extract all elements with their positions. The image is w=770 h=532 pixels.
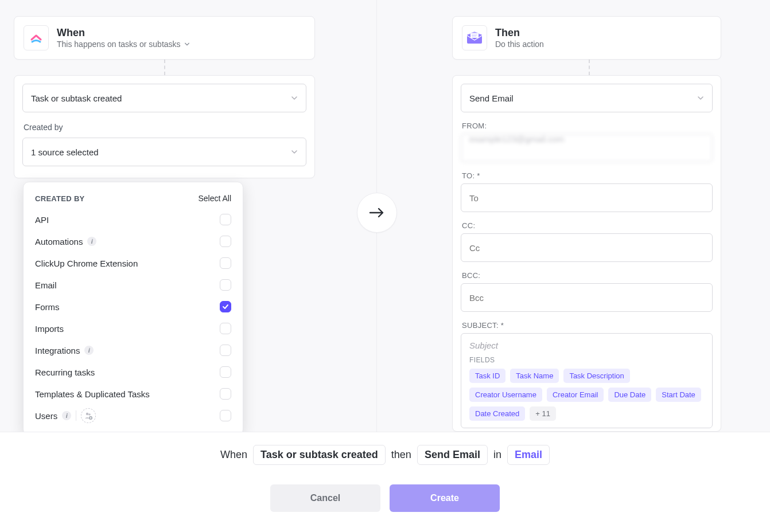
option-checkbox[interactable] (220, 236, 231, 247)
info-icon[interactable]: i (84, 346, 94, 355)
created-by-option[interactable]: Usersi (34, 405, 232, 427)
chevron-down-icon[interactable] (184, 41, 190, 47)
summary-in-word: in (493, 449, 501, 461)
svg-rect-4 (470, 33, 479, 38)
option-checkbox[interactable] (220, 345, 231, 356)
select-all-button[interactable]: Select All (198, 194, 231, 203)
created-by-option[interactable]: Imports (34, 318, 232, 339)
summary-trigger-token[interactable]: Task or subtask created (253, 445, 386, 465)
created-by-option[interactable]: Email (34, 274, 232, 296)
created-by-option[interactable]: Recurring tasks (34, 361, 232, 383)
action-subtitle: Do this action (495, 40, 544, 49)
action-type-value: Send Email (469, 93, 514, 103)
from-value: example123@gmail.com (469, 134, 564, 144)
field-chip[interactable]: Creator Username (469, 388, 542, 402)
add-people-icon[interactable] (81, 408, 96, 423)
create-button[interactable]: Create (390, 484, 500, 512)
field-chip[interactable]: Start Date (656, 388, 701, 402)
chevron-down-icon (697, 95, 704, 101)
option-checkbox[interactable] (220, 257, 231, 269)
summary-then-word: then (391, 449, 411, 461)
option-checkbox[interactable] (220, 366, 231, 378)
option-label: Automations (35, 237, 83, 247)
option-label: Integrations (35, 346, 80, 355)
trigger-title: When (57, 27, 190, 40)
field-chip[interactable]: Task Description (563, 369, 629, 383)
trigger-config-card: Task or subtask created Created by 1 sou… (14, 75, 315, 178)
email-app-icon (462, 25, 487, 50)
trigger-subtitle: This happens on tasks or subtasks (57, 40, 181, 49)
option-label: API (35, 215, 49, 225)
trigger-event-value: Task or subtask created (31, 93, 122, 103)
option-label: Imports (35, 324, 64, 334)
option-label: Forms (35, 302, 60, 312)
cc-field[interactable] (461, 233, 713, 262)
to-field[interactable] (461, 183, 713, 212)
bcc-label: BCC: (462, 271, 713, 280)
summary-action-token[interactable]: Send Email (417, 445, 488, 465)
field-chip[interactable]: Creator Email (547, 388, 604, 402)
from-label: FROM: (462, 122, 713, 130)
subject-label: SUBJECT: * (462, 321, 713, 330)
option-checkbox[interactable] (220, 410, 231, 421)
created-by-option[interactable]: Automationsi (34, 230, 232, 252)
cancel-button[interactable]: Cancel (270, 484, 380, 512)
arrow-right-icon (368, 206, 386, 220)
created-by-popover: CREATED BY Select All APIAutomationsiCli… (23, 182, 243, 435)
option-label: Email (35, 280, 57, 290)
from-field: example123@gmail.com (461, 134, 713, 162)
users-extra (76, 408, 96, 423)
svg-point-0 (86, 413, 88, 415)
chevron-down-icon (291, 148, 298, 155)
option-checkbox[interactable] (220, 214, 231, 225)
cc-label: CC: (462, 221, 713, 230)
field-chip-more[interactable]: + 11 (530, 406, 556, 421)
trigger-event-select[interactable]: Task or subtask created (22, 84, 306, 112)
popover-title: CREATED BY (35, 194, 85, 203)
created-by-label: Created by (24, 123, 306, 132)
svg-point-1 (88, 413, 91, 416)
field-chip[interactable]: Task ID (469, 369, 505, 383)
option-label: Users (35, 411, 57, 421)
subject-box[interactable]: Subject FIELDS Task IDTask NameTask Desc… (461, 333, 713, 428)
info-icon[interactable]: i (62, 411, 71, 420)
option-checkbox[interactable] (220, 323, 231, 334)
action-type-select[interactable]: Send Email (461, 84, 713, 112)
action-header-card[interactable]: Then Do this action (452, 16, 721, 60)
field-chip[interactable]: Task Name (510, 369, 559, 383)
created-by-option[interactable]: Forms (34, 296, 232, 318)
info-icon[interactable]: i (87, 237, 96, 246)
automation-summary: When Task or subtask created then Send E… (220, 445, 550, 465)
connector-trigger-dash (164, 60, 165, 75)
created-by-option[interactable]: Integrationsi (34, 339, 232, 361)
footer-bar: When Task or subtask created then Send E… (0, 432, 770, 532)
created-by-option[interactable]: Templates & Duplicated Tasks (34, 383, 232, 405)
option-checkbox[interactable] (220, 279, 231, 291)
option-label: ClickUp Chrome Extension (35, 259, 138, 268)
connector-action-dash (589, 60, 590, 75)
option-label: Templates & Duplicated Tasks (35, 389, 150, 399)
subject-placeholder: Subject (469, 341, 704, 350)
summary-location-token[interactable]: Email (507, 445, 550, 465)
action-title: Then (495, 27, 544, 40)
envelope-icon (466, 32, 483, 44)
clickup-logo-icon (29, 31, 43, 45)
to-label: TO: * (462, 171, 713, 180)
created-by-option[interactable]: ClickUp Chrome Extension (34, 252, 232, 274)
flow-arrow-circle (357, 193, 397, 233)
chevron-down-icon (291, 95, 298, 101)
option-label: Recurring tasks (35, 367, 95, 377)
field-chip[interactable]: Due Date (608, 388, 651, 402)
bcc-field[interactable] (461, 283, 713, 312)
option-checkbox[interactable] (220, 301, 231, 312)
trigger-header-card[interactable]: When This happens on tasks or subtasks (14, 16, 315, 60)
option-checkbox[interactable] (220, 388, 231, 400)
summary-when-word: When (220, 449, 247, 461)
fields-section-label: FIELDS (469, 356, 704, 364)
created-by-option[interactable]: API (34, 209, 232, 230)
created-by-select[interactable]: 1 source selected (22, 138, 306, 166)
separator (76, 410, 76, 421)
field-chip[interactable]: Date Created (469, 406, 525, 421)
action-config-card: Send Email FROM: example123@gmail.com TO… (452, 75, 721, 432)
created-by-value: 1 source selected (31, 147, 99, 157)
